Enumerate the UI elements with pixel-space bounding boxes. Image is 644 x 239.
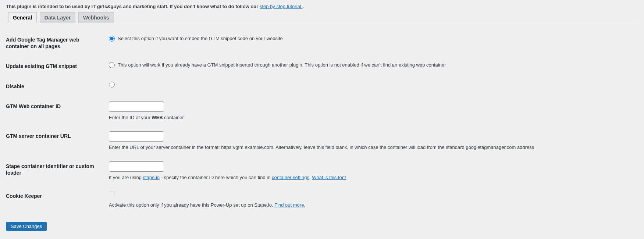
submit-row: Save Changes — [6, 222, 638, 231]
radio-update-existing[interactable] — [109, 62, 115, 68]
radio-disable[interactable] — [109, 82, 115, 88]
label-cookie-keeper: Cookie Keeper — [6, 186, 105, 214]
label-server-container-url: GTM server container URL — [6, 126, 105, 156]
intro-text: This plugin is intended to be used by IT… — [6, 4, 638, 9]
checkbox-cookie-keeper — [109, 191, 115, 197]
input-web-container-id[interactable] — [109, 101, 164, 112]
option-add-container[interactable]: Select this option if you want to embed … — [109, 35, 283, 42]
option-add-container-text: Select this option if you want to embed … — [118, 35, 283, 42]
desc-cookie-keeper: Activate this option only if you already… — [109, 201, 634, 209]
radio-add-container[interactable] — [109, 36, 115, 42]
link-stape-io[interactable]: stape.io — [143, 175, 160, 180]
tab-data-layer[interactable]: Data Layer — [40, 12, 76, 23]
settings-table: Add Google Tag Manager web container on … — [6, 30, 638, 214]
intro-suffix: . — [302, 4, 304, 9]
tab-bar: General Data Layer Webhooks — [6, 12, 638, 23]
label-stape-identifier: Stape container identifier or custom loa… — [6, 156, 105, 186]
tab-general[interactable]: General — [8, 12, 37, 23]
label-update-existing: Update existing GTM snippet — [6, 56, 105, 76]
option-update-existing-text: This option will work if you already hav… — [118, 61, 446, 69]
label-add-container: Add Google Tag Manager web container on … — [6, 30, 105, 56]
link-what-is-this-for[interactable]: What is this for? — [312, 175, 346, 180]
input-stape-identifier[interactable] — [109, 161, 164, 172]
intro-prefix: This plugin is intended to be used by IT… — [6, 4, 260, 9]
link-find-out-more[interactable]: Find out more. — [274, 202, 305, 208]
option-disable[interactable] — [109, 82, 115, 88]
option-update-existing[interactable]: This option will work if you already hav… — [109, 61, 446, 69]
desc-stape-identifier: If you are using stape.io - specify the … — [109, 174, 634, 181]
save-button[interactable]: Save Changes — [6, 222, 47, 231]
label-web-container-id: GTM Web container ID — [6, 96, 105, 126]
desc-server-container-url: Enter the URL of your server container i… — [109, 144, 634, 151]
label-disable: Disable — [6, 76, 105, 96]
input-server-container-url[interactable] — [109, 131, 164, 142]
link-container-settings[interactable]: container settings — [272, 175, 309, 180]
desc-web-container-id: Enter the ID of your WEB container — [109, 114, 634, 121]
tab-webhooks[interactable]: Webhooks — [78, 12, 114, 23]
tutorial-link[interactable]: step by step tutorial — [260, 4, 302, 9]
